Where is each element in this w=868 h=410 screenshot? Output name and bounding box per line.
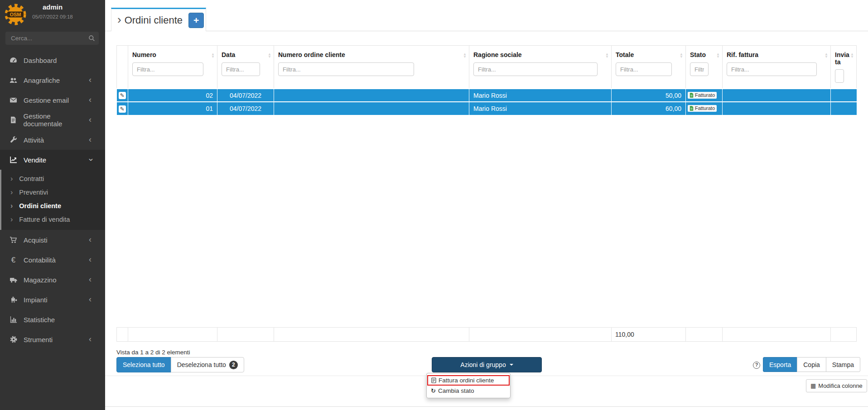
column-header-totale[interactable]: Totale▲▼ [612,46,686,89]
truck-icon [9,276,18,284]
sort-caret-icon: ▲▼ [716,53,720,58]
invoice-file-icon [690,106,694,111]
machine-icon [9,296,18,304]
filter-input-data[interactable] [222,62,260,76]
pagination-info: Vista da 1 a 2 di 2 elementi [116,349,190,356]
sidebar-subitem-ordini-cliente[interactable]: ›Ordini cliente [1,199,105,213]
login-datetime: 05/07/2022 09:18 [0,14,105,19]
sidebar-item-dashboard[interactable]: Dashboard [0,50,105,70]
column-header-numero[interactable]: Numero▲▼ [128,46,217,89]
caret-down-icon [510,364,513,366]
sidebar-item-acquisti[interactable]: Acquisti‹ [0,230,105,250]
search-input[interactable] [5,32,99,45]
filter-input-rif_fattura[interactable] [727,62,817,76]
sidebar-item-contabilita[interactable]: €Contabilità‹ [0,250,105,270]
select-all-button[interactable]: Seleziona tutto [116,357,171,372]
filter-input-ragione_sociale[interactable] [473,62,598,76]
sort-caret-icon: ▲▼ [211,53,215,58]
table-row[interactable]: ✎0204/07/2022Mario Rossi50,00Fatturato [117,89,857,102]
sidebar-item-impianti[interactable]: Impianti‹ [0,290,105,310]
sort-caret-icon: ▲▼ [825,53,828,58]
filter-input-inviata[interactable] [835,69,844,83]
column-header-ragione_sociale[interactable]: Ragione sociale▲▼ [469,46,612,89]
chevron-right-icon: › [10,216,13,223]
filter-input-stato[interactable] [690,62,709,76]
table-row[interactable]: ✎0104/07/2022Mario Rossi60,00Fatturato [117,102,857,115]
filter-input-totale[interactable] [616,62,672,76]
envelope-icon [9,96,18,104]
sort-caret-icon: ▲▼ [680,53,683,58]
invoice-icon [431,377,436,383]
panel-bottom-border [105,406,868,407]
sidebar-menu: DashboardAnagrafiche‹Gestione email‹Gest… [0,50,105,349]
sort-caret-icon: ▲▼ [463,53,467,58]
add-order-button[interactable]: + [188,13,204,28]
sync-icon: ↻ [431,388,436,394]
status-badge: Fatturato [688,92,717,99]
sidebar-item-statistiche[interactable]: Statistiche [0,310,105,329]
sidebar-subitem-fatture-di-vendita[interactable]: ›Fatture di vendita [1,213,105,226]
modify-columns-button[interactable]: ▦ Modifica colonne [806,379,867,392]
wrench-icon [9,136,18,144]
sidebar-item-attivita[interactable]: Attività‹ [0,130,105,150]
chevron-left-icon: ‹ [89,255,92,263]
sidebar-item-strumenti[interactable]: Strumenti‹ [0,329,105,349]
invoice-file-icon [690,93,694,98]
gear-icon [9,336,18,343]
column-header-numero_ordine_cliente[interactable]: Numero ordine cliente▲▼ [274,46,469,89]
orders-table-head: Numero▲▼Data▲▼Numero ordine cliente▲▼Rag… [117,46,857,89]
print-button[interactable]: Stampa [826,357,860,372]
chevron-left-icon: ‹ [89,115,92,124]
document-icon [9,116,18,124]
page-title: Ordini cliente [125,14,183,26]
sidebar-open-section: Vendite‹›Contratti›Preventivi›Ordini cli… [0,150,105,230]
chevron-left-icon: ‹ [89,275,92,283]
orders-footer-body: 110,00 [117,328,857,342]
sidebar-item-gestione-documentale[interactable]: Gestione documentale‹ [0,110,105,130]
dashboard-icon [9,57,18,64]
search-icon [88,35,95,42]
orders-table-body: ✎0204/07/2022Mario Rossi50,00Fatturato✎0… [117,89,857,115]
chevron-right-icon: › [10,175,13,182]
filter-input-numero[interactable] [132,62,203,76]
selected-edit-icon[interactable]: ✎ [119,105,126,113]
status-badge: Fatturato [688,105,717,112]
filter-input-numero_ordine_cliente[interactable] [278,62,414,76]
menu-item-cambia-stato[interactable]: ↻ Cambia stato [427,386,510,396]
username: admin [0,3,105,11]
chevron-left-icon: ‹ [89,95,92,104]
deselect-all-button[interactable]: Deseleziona tutto 2 [171,357,244,372]
chevron-left-icon: ‹ [89,135,92,143]
chevron-right-icon: › [10,202,13,210]
sidebar: OSM admin 05/07/2022 09:18 DashboardAnag… [0,0,105,410]
chevron-right-icon: › [10,189,13,196]
main-content: › Ordini cliente + Numero▲▼Data▲▼Numero … [105,0,868,410]
sidebar-subitem-contratti[interactable]: ›Contratti [1,172,105,186]
copy-button[interactable]: Copia [797,357,826,372]
tab-ordini-cliente[interactable]: › Ordini cliente + [111,8,206,31]
column-header-stato[interactable]: Stato▲▼ [686,46,723,89]
sidebar-item-anagrafiche[interactable]: Anagrafiche‹ [0,70,105,90]
selected-edit-icon[interactable]: ✎ [119,92,126,99]
selected-count-badge: 2 [229,361,238,369]
chevron-left-icon: ‹ [89,295,92,303]
euro-icon: € [9,256,18,264]
sort-caret-icon: ▲▼ [268,53,271,58]
menu-item-fattura-ordini-cliente[interactable]: Fattura ordini cliente [427,375,510,386]
chevron-left-icon: ‹ [89,76,92,84]
column-header-inviata[interactable]: Inviata▲▼ [831,46,857,89]
sidebar-subitem-preventivi[interactable]: ›Preventivi [1,186,105,199]
column-header-sel [117,46,128,89]
chart-line-icon [9,156,18,164]
sidebar-item-gestione-email[interactable]: Gestione email‹ [0,90,105,110]
footer-total: 110,00 [612,328,686,342]
export-button[interactable]: Esporta [763,357,797,372]
chevron-down-icon: ‹ [86,158,94,161]
column-header-data[interactable]: Data▲▼ [217,46,274,89]
sidebar-item-magazzino[interactable]: Magazzino‹ [0,270,105,290]
group-actions-button[interactable]: Azioni di gruppo [432,357,542,372]
columns-icon: ▦ [810,382,816,389]
column-header-rif_fattura[interactable]: Rif. fattura▲▼ [723,46,831,89]
help-icon[interactable]: ? [753,362,760,369]
sidebar-item-vendite[interactable]: Vendite‹ [0,150,105,170]
